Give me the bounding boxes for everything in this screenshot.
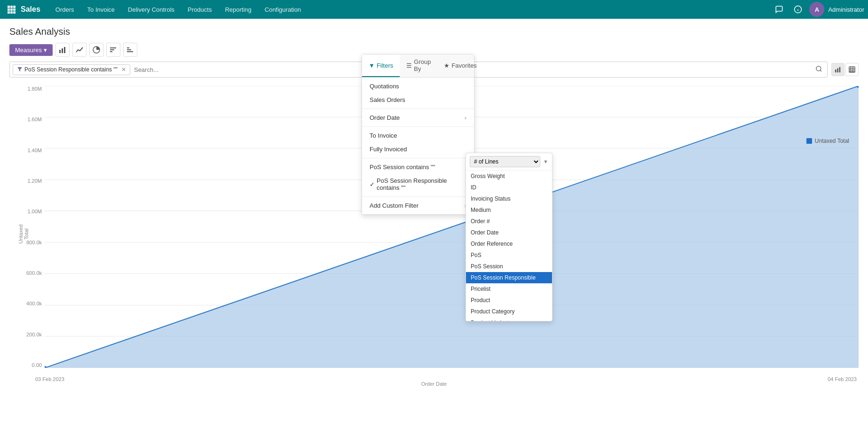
- nav-products[interactable]: Products: [182, 3, 217, 16]
- svg-line-23: [820, 70, 821, 71]
- y-label-100: 1.00M: [27, 209, 42, 214]
- filter-fully-invoiced[interactable]: Fully Invoiced: [362, 142, 474, 156]
- custom-field-product-variant[interactable]: Product Variant: [466, 317, 552, 321]
- filter-to-invoice[interactable]: To Invoice: [362, 129, 474, 142]
- filter-sales-orders[interactable]: Sales Orders: [362, 93, 474, 107]
- custom-field-order-hash[interactable]: Order #: [466, 216, 552, 227]
- filter-tag: PoS Session Responsible contains "" ✕: [13, 64, 130, 75]
- top-nav: Sales Orders To Invoice Delivery Control…: [0, 0, 868, 19]
- custom-field-gross-weight[interactable]: Gross Weight: [466, 171, 552, 182]
- x-axis-title: Order Date: [421, 381, 447, 387]
- bar-chart-icon-btn[interactable]: [55, 43, 70, 57]
- legend-color-dot: [806, 138, 812, 144]
- svg-rect-4: [10, 8, 13, 11]
- x-axis-right-label: 04 Feb 2023: [828, 376, 857, 382]
- custom-field-invoicing-status[interactable]: Invoicing Status: [466, 193, 552, 204]
- legend-label: Untaxed Total: [815, 138, 849, 144]
- measures-button[interactable]: Measures ▾: [9, 44, 53, 56]
- view-toggle: [831, 63, 859, 76]
- custom-filter-submenu: # of Lines ▼ Gross Weight ID Invoicing S…: [466, 153, 552, 321]
- order-date-chevron-icon: ›: [465, 114, 466, 121]
- svg-rect-20: [127, 49, 131, 50]
- info-icon-btn[interactable]: [790, 2, 805, 17]
- chart-view-button[interactable]: [831, 63, 844, 76]
- checkmark-icon: ✓: [370, 181, 375, 188]
- svg-rect-0: [8, 6, 10, 8]
- custom-field-pos-session[interactable]: PoS Session: [466, 261, 552, 272]
- nav-reporting[interactable]: Reporting: [219, 3, 257, 16]
- custom-field-pricelist[interactable]: Pricelist: [466, 283, 552, 295]
- table-view-button[interactable]: [845, 63, 859, 76]
- filters-popup: ▼ Filters ☰ Group By ★ Favorites Quotati…: [362, 54, 474, 215]
- y-label-400: 400.0k: [26, 301, 42, 306]
- custom-field-order-reference[interactable]: Order Reference: [466, 238, 552, 249]
- custom-field-order-date[interactable]: Order Date: [466, 227, 552, 238]
- y-label-200: 200.0k: [26, 332, 42, 337]
- filter-pos-session-contains[interactable]: PoS Session contains "": [362, 160, 474, 174]
- svg-rect-18: [110, 47, 116, 48]
- divider-3: [362, 158, 474, 158]
- filters-menu: Quotations Sales Orders Order Date › To …: [362, 78, 474, 214]
- chat-icon-btn[interactable]: [772, 2, 787, 17]
- custom-field-medium[interactable]: Medium: [466, 204, 552, 216]
- svg-point-22: [816, 66, 821, 71]
- nav-configuration[interactable]: Configuration: [259, 3, 307, 16]
- line-chart-icon-btn[interactable]: [72, 43, 87, 57]
- filter-pos-session-responsible[interactable]: ✓ PoS Session Responsible contains "": [362, 174, 474, 195]
- svg-rect-24: [835, 70, 836, 72]
- apps-icon[interactable]: [4, 2, 19, 17]
- nav-delivery-controls[interactable]: Delivery Controls: [122, 3, 180, 16]
- svg-rect-2: [13, 6, 16, 8]
- app-name: Sales: [21, 5, 40, 14]
- nav-to-invoice[interactable]: To Invoice: [82, 3, 121, 16]
- svg-rect-14: [64, 47, 65, 53]
- custom-field-pos-session-responsible[interactable]: PoS Session Responsible: [466, 272, 552, 283]
- y-label-180: 1.80M: [27, 86, 42, 92]
- tab-favorites[interactable]: ★ Favorites: [437, 55, 483, 77]
- svg-rect-25: [837, 68, 838, 72]
- y-label-600: 600.0k: [26, 270, 42, 276]
- filter-icon-tab: ▼: [369, 62, 375, 69]
- filter-add-custom[interactable]: Add Custom Filter ›: [362, 199, 474, 212]
- sort-asc-icon-btn[interactable]: [106, 43, 120, 57]
- search-submit-button[interactable]: [813, 63, 824, 76]
- custom-field-pos[interactable]: PoS: [466, 249, 552, 261]
- filter-tag-close[interactable]: ✕: [121, 66, 126, 73]
- y-label-800: 800.0k: [26, 240, 42, 245]
- divider-4: [362, 196, 474, 197]
- svg-rect-21: [127, 51, 133, 52]
- pie-chart-icon-btn[interactable]: [89, 43, 103, 57]
- filter-order-date[interactable]: Order Date ›: [362, 111, 474, 125]
- svg-rect-1: [10, 6, 13, 8]
- dropdown-chevron-icon: ▼: [543, 159, 548, 164]
- filter-quotations[interactable]: Quotations: [362, 79, 474, 93]
- filter-funnel-icon: [17, 66, 23, 73]
- nav-right: A Administrator: [772, 2, 864, 17]
- y-label-160: 1.60M: [27, 117, 42, 122]
- svg-rect-16: [110, 51, 112, 52]
- y-label-140: 1.40M: [27, 148, 42, 153]
- y-label-120: 1.20M: [27, 178, 42, 184]
- chart-legend: Untaxed Total: [806, 138, 849, 144]
- svg-rect-8: [13, 11, 16, 14]
- custom-field-id[interactable]: ID: [466, 182, 552, 193]
- avatar[interactable]: A: [809, 2, 824, 17]
- filters-tabs: ▼ Filters ☰ Group By ★ Favorites: [362, 55, 474, 78]
- nav-orders[interactable]: Orders: [50, 3, 80, 16]
- favorites-icon: ★: [444, 62, 450, 69]
- svg-rect-6: [8, 11, 10, 14]
- svg-rect-26: [839, 67, 841, 72]
- tab-group-by[interactable]: ☰ Group By: [400, 55, 437, 77]
- admin-name-label[interactable]: Administrator: [828, 6, 864, 13]
- divider-1: [362, 109, 474, 109]
- y-axis-labels: 1.80M 1.60M 1.40M 1.20M 1.00M 800.0k 600…: [19, 86, 45, 368]
- custom-filter-select[interactable]: # of Lines: [470, 156, 540, 167]
- svg-rect-5: [13, 8, 16, 11]
- measures-chevron-icon: ▾: [44, 47, 47, 54]
- sort-desc-icon-btn[interactable]: [123, 43, 137, 57]
- group-by-icon: ☰: [406, 62, 412, 69]
- tab-filters[interactable]: ▼ Filters: [362, 55, 400, 77]
- custom-field-product-category[interactable]: Product Category: [466, 306, 552, 317]
- custom-field-product[interactable]: Product: [466, 295, 552, 306]
- svg-rect-3: [8, 8, 10, 11]
